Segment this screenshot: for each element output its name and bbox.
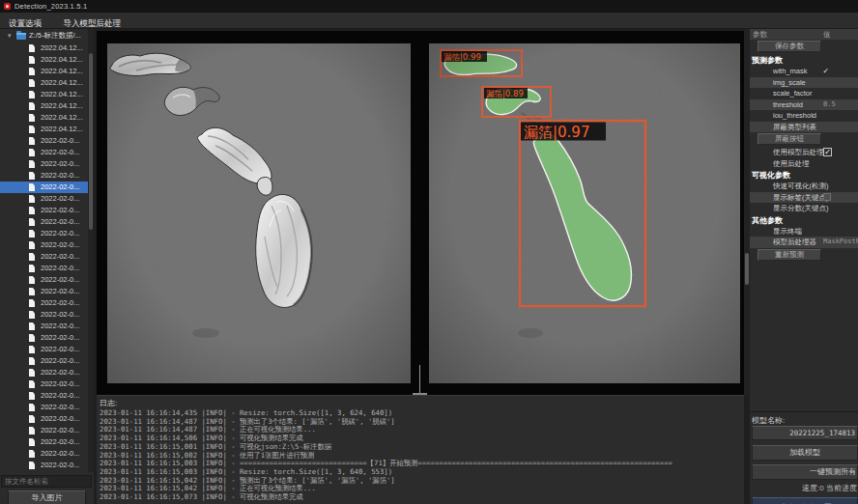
param-row[interactable]: 显示终端 bbox=[750, 226, 858, 238]
file-icon bbox=[29, 322, 35, 330]
model-name-label: 模型名称: bbox=[752, 415, 785, 426]
param-row[interactable]: 显示标签(关键点) bbox=[750, 192, 858, 204]
file-icon bbox=[29, 380, 35, 388]
param-row[interactable]: 模型后处理器MaskPostPro bbox=[750, 237, 858, 248]
file-icon bbox=[29, 427, 35, 434]
param-row[interactable]: 其他参数 bbox=[750, 214, 858, 226]
param-row[interactable]: 显示分数(关键点) bbox=[750, 203, 858, 214]
tree-item[interactable]: 2022-02-0... bbox=[0, 413, 88, 425]
param-action-button[interactable]: 重新预测 bbox=[758, 249, 821, 261]
file-tree[interactable]: ▾ Z:/5-标注数据/... 2022.04.12...2022.04.12.… bbox=[0, 29, 88, 472]
tree-item[interactable]: 2022.04.12... bbox=[0, 124, 88, 135]
tree-item[interactable]: 2022-02-0... bbox=[0, 390, 88, 402]
file-icon bbox=[29, 172, 35, 180]
param-row[interactable]: iou_threshold bbox=[750, 110, 858, 122]
tree-item[interactable]: 2022-02-0... bbox=[0, 251, 88, 263]
tree-item[interactable]: 2022-02-0... bbox=[0, 274, 88, 286]
tree-item-label: 2022-02-0... bbox=[41, 252, 79, 261]
load-model-button[interactable]: 加载模型 bbox=[752, 445, 858, 461]
param-label: 快速可视化(检测) bbox=[773, 182, 829, 191]
file-icon bbox=[29, 450, 35, 458]
param-checkbox[interactable] bbox=[823, 193, 831, 201]
tree-item-label: 2022-02-0... bbox=[41, 159, 79, 168]
file-icon bbox=[29, 346, 35, 353]
tree-item[interactable]: 2022.04.12... bbox=[0, 54, 88, 66]
tree-root-folder[interactable]: ▾ Z:/5-标注数据/... bbox=[0, 29, 88, 42]
file-icon bbox=[29, 137, 35, 145]
param-label: 显示终端 bbox=[773, 227, 802, 237]
tree-item[interactable]: 2022.04.12... bbox=[0, 42, 88, 54]
tree-item[interactable]: 2022-02-0... bbox=[0, 170, 88, 182]
param-row[interactable]: 使用模型后处理✓ bbox=[750, 147, 858, 158]
tree-item[interactable]: 2022-02-0... bbox=[0, 297, 88, 309]
predict-all-button[interactable]: 一键预测所有 bbox=[752, 464, 858, 480]
tree-item-label: 2022-02-0... bbox=[41, 275, 79, 284]
left-image-canvas[interactable] bbox=[107, 43, 411, 383]
model-name-field[interactable]: 20221225_174813 bbox=[752, 426, 858, 440]
tree-item[interactable]: 2022.04.12... bbox=[0, 89, 88, 100]
progress-status: 速度:0 当前进度 bbox=[750, 483, 857, 493]
tree-item-label: 2022-02-0... bbox=[41, 298, 79, 307]
menu-bar: 设置选项 导入模型后处理 bbox=[0, 13, 858, 29]
param-row[interactable]: with_mask✓ bbox=[750, 66, 858, 77]
search-input[interactable] bbox=[1, 475, 92, 488]
file-icon bbox=[29, 415, 35, 423]
tree-item[interactable]: 2022-02-0... bbox=[0, 286, 88, 297]
tree-item-label: 2022-02-0... bbox=[41, 426, 79, 434]
tree-item[interactable]: 2022-02-0... bbox=[0, 135, 88, 147]
tree-item[interactable]: 2022-02-0... bbox=[0, 436, 88, 448]
file-icon bbox=[29, 160, 35, 168]
param-row[interactable]: 屏蔽类型列表 bbox=[750, 122, 858, 133]
tree-item[interactable]: 2022-02-0... bbox=[0, 402, 88, 413]
tree-item[interactable]: 2022.04.12... bbox=[0, 112, 88, 124]
import-images-button[interactable]: 导入图片 bbox=[8, 490, 86, 504]
tree-item-label: 2022-02-0... bbox=[41, 287, 79, 295]
param-checkbox[interactable]: ✓ bbox=[823, 66, 828, 75]
param-checkbox[interactable]: ✓ bbox=[823, 148, 832, 156]
tree-item[interactable]: 2022.04.12... bbox=[0, 66, 88, 77]
tree-item[interactable]: 2022-02-0... bbox=[0, 147, 88, 158]
param-row[interactable]: threshold0.5 bbox=[750, 99, 858, 111]
param-row[interactable]: img_scale bbox=[750, 77, 858, 89]
log-panel[interactable]: 日志: 2023-01-11 16:16:14,435 |INFO| - Res… bbox=[97, 395, 744, 504]
param-row[interactable]: 预测参数 bbox=[750, 54, 858, 66]
right-panel-scrollbar-handle[interactable] bbox=[745, 253, 749, 285]
tree-item[interactable]: 2022-02-0... bbox=[0, 355, 88, 367]
tree-item[interactable]: 2022.04.12... bbox=[0, 77, 88, 89]
tree-item[interactable]: 2022-02-0... bbox=[0, 228, 88, 239]
tree-item[interactable]: 2022-02-0... bbox=[0, 158, 88, 170]
tree-item[interactable]: 2022-02-0... bbox=[0, 344, 88, 355]
tree-item[interactable]: 2022-02-0... bbox=[0, 182, 88, 193]
tree-item[interactable]: 2022-02-0... bbox=[0, 378, 88, 390]
tree-item[interactable]: 2022-02-0... bbox=[0, 332, 88, 344]
param-row[interactable]: 快速可视化(检测) bbox=[750, 181, 858, 192]
expand-arrow-icon[interactable]: ▾ bbox=[8, 29, 12, 42]
panel-splitter[interactable] bbox=[419, 365, 420, 394]
tree-scrollbar[interactable] bbox=[88, 29, 94, 472]
param-row[interactable]: 使用后处理 bbox=[750, 158, 858, 170]
tree-item[interactable]: 2022-02-0... bbox=[0, 367, 88, 378]
param-row[interactable]: scale_factor bbox=[750, 88, 858, 99]
file-icon bbox=[29, 149, 35, 156]
right-image-canvas[interactable]: 漏箔|0.99 漏箔|0.89 漏箔|0.97 bbox=[429, 43, 740, 383]
tree-item[interactable]: 2022-02-0... bbox=[0, 205, 88, 216]
tree-item[interactable]: 2022-02-0... bbox=[0, 460, 88, 471]
log-lines: 2023-01-11 16:16:14,435 |INFO| - Resize:… bbox=[100, 409, 741, 503]
tree-item[interactable]: 2022-02-0... bbox=[0, 263, 88, 274]
param-action-button[interactable]: 屏蔽按钮 bbox=[758, 133, 821, 145]
tree-item[interactable]: 2022-02-0... bbox=[0, 321, 88, 332]
tree-item[interactable]: 2022-02-0... bbox=[0, 193, 88, 205]
postprocess-settings-button[interactable]: 后处理参数设置 bbox=[752, 497, 858, 504]
tree-item[interactable]: 2022-02-0... bbox=[0, 425, 88, 436]
param-action-button[interactable]: 保存参数 bbox=[758, 41, 821, 52]
tree-item[interactable]: 2022-02-0... bbox=[0, 239, 88, 251]
tree-scrollbar-handle[interactable] bbox=[89, 53, 93, 230]
tree-item[interactable]: 2022-02-0... bbox=[0, 448, 88, 460]
file-icon bbox=[29, 183, 35, 191]
tree-item[interactable]: 2022-02-0... bbox=[0, 309, 88, 321]
tree-item-label: 2022.04.12... bbox=[41, 55, 83, 64]
tree-item[interactable]: 2022-02-0... bbox=[0, 216, 88, 228]
param-label: 预测参数 bbox=[752, 55, 783, 66]
tree-item[interactable]: 2022.04.12... bbox=[0, 100, 88, 112]
param-row[interactable]: 可视化参数 bbox=[750, 169, 858, 181]
